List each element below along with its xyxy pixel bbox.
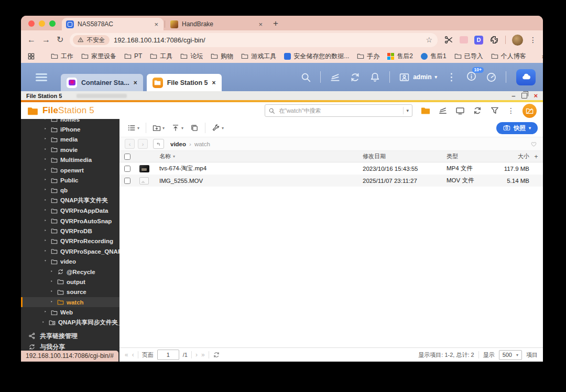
- last-page-button[interactable]: »: [201, 351, 205, 358]
- search-icon[interactable]: [300, 72, 311, 83]
- favorite-heart-icon[interactable]: [530, 140, 538, 148]
- tree-item-movie[interactable]: movie: [21, 145, 119, 155]
- tab-close-icon[interactable]: ×: [212, 79, 216, 86]
- address-bar[interactable]: 不安全 192.168.100.114:7086/cgi-bin/ ☆: [70, 33, 438, 47]
- security-badge[interactable]: 不安全: [73, 35, 110, 45]
- new-folder-button[interactable]: ▾: [150, 122, 167, 134]
- user-menu[interactable]: admin ▾: [399, 72, 437, 83]
- myqnapcloud-button[interactable]: [516, 69, 536, 85]
- prev-page-button[interactable]: ‹: [132, 351, 134, 358]
- tree-item-output[interactable]: output: [21, 277, 119, 287]
- bookmark-item[interactable]: 手办: [357, 52, 379, 61]
- bookmark-item[interactable]: 售后1: [421, 52, 447, 61]
- search-box[interactable]: ▾: [265, 104, 412, 117]
- cast-screen-icon[interactable]: [455, 106, 465, 115]
- tree-item-openwrt[interactable]: openwrt: [21, 165, 119, 175]
- profile-avatar[interactable]: [512, 35, 523, 46]
- tree-item-qnap-share[interactable]: QNAP共享文件夹: [21, 195, 119, 205]
- page-input[interactable]: [157, 350, 179, 360]
- column-header-name[interactable]: 名称▾: [153, 153, 358, 160]
- bookmark-item[interactable]: 工作: [51, 52, 73, 61]
- main-menu-icon[interactable]: [36, 73, 47, 81]
- filter-funnel-icon[interactable]: [490, 106, 499, 115]
- apps-grid-icon[interactable]: [27, 52, 35, 60]
- qnap-tab-file-station[interactable]: File Station 5 ×: [147, 74, 222, 91]
- close-window-button[interactable]: [28, 20, 35, 27]
- file-name[interactable]: IMG_5255.MOV: [153, 178, 358, 184]
- bookmark-star-icon[interactable]: ☆: [426, 36, 432, 44]
- tab-close-icon[interactable]: ×: [257, 20, 264, 28]
- tree-item-source[interactable]: source: [21, 287, 119, 297]
- bookmark-item[interactable]: 工具: [150, 52, 172, 61]
- tree-item-public[interactable]: Public: [21, 175, 119, 185]
- resource-monitor-icon[interactable]: [486, 72, 497, 83]
- zoom-window-button[interactable]: [49, 20, 56, 27]
- new-tab-button[interactable]: +: [273, 18, 278, 29]
- browser-tab-handbrake[interactable]: HandBrake ×: [166, 18, 268, 30]
- remote-mount-icon[interactable]: [421, 106, 430, 115]
- up-level-button[interactable]: [153, 139, 164, 149]
- column-header-type[interactable]: 类型: [447, 153, 487, 160]
- browser-menu-icon[interactable]: ⋮: [529, 36, 537, 44]
- next-page-button[interactable]: ›: [195, 351, 198, 358]
- back-icon[interactable]: ←: [27, 36, 36, 44]
- first-page-button[interactable]: «: [125, 351, 128, 358]
- tree-item-qvrprodb[interactable]: QVRProDB: [21, 226, 119, 236]
- tree-item-web[interactable]: Web: [21, 307, 119, 317]
- smart-file-station-button[interactable]: [523, 104, 537, 118]
- bookmark-item[interactable]: 家里设备: [81, 52, 116, 61]
- reload-icon[interactable]: ↻: [57, 36, 63, 44]
- tree-item-video[interactable]: video: [21, 256, 119, 266]
- column-header-date[interactable]: 修改日期: [358, 153, 447, 160]
- close-icon[interactable]: ×: [534, 92, 538, 100]
- search-scope-caret-icon[interactable]: ▾: [406, 108, 409, 113]
- tab-close-icon[interactable]: ×: [153, 20, 159, 28]
- tv-extension-icon[interactable]: [460, 36, 468, 43]
- tree-item-homes[interactable]: homes: [21, 119, 119, 124]
- background-tasks-icon[interactable]: [330, 72, 341, 83]
- more-options-icon[interactable]: [446, 72, 457, 83]
- tree-item-media[interactable]: media: [21, 135, 119, 145]
- more-options-icon[interactable]: ⋮: [507, 106, 515, 115]
- qnap-tab-container-station[interactable]: Container Sta... ×: [61, 74, 143, 91]
- system-info-button[interactable]: 10+: [466, 71, 477, 84]
- tree-item-watch-selected[interactable]: watch: [21, 297, 119, 307]
- file-name[interactable]: tvs-674-淘宝.mp4: [153, 165, 358, 172]
- bookmark-item[interactable]: 个人博客: [491, 52, 526, 61]
- bookmark-item[interactable]: 购物: [211, 52, 233, 61]
- tree-item-recycle[interactable]: @Recycle: [21, 267, 119, 277]
- bookmark-item[interactable]: PT: [124, 52, 142, 60]
- tree-item-qvrproautosnap[interactable]: QVRProAutoSnap: [21, 216, 119, 226]
- maximize-icon[interactable]: [521, 93, 527, 99]
- minimize-window-button[interactable]: [39, 20, 45, 27]
- tree-item-qb[interactable]: qb: [21, 186, 119, 195]
- tree-item-qvrproappdata[interactable]: QVRProAppData: [21, 206, 119, 216]
- task-queue-icon[interactable]: [438, 106, 448, 115]
- sync-icon[interactable]: [350, 72, 361, 83]
- view-mode-button[interactable]: ▾: [125, 122, 142, 134]
- bookmark-item[interactable]: 已导入: [454, 52, 483, 61]
- bookmark-item[interactable]: 安全储存您的数据...: [284, 52, 349, 61]
- extensions-puzzle-icon[interactable]: [489, 35, 499, 45]
- window-titlebar[interactable]: File Station 5 – ×: [21, 91, 543, 100]
- file-row[interactable]: tvs-674-淘宝.mp4 2023/10/16 15:43:55 MP4 文…: [119, 162, 543, 175]
- bookmark-item[interactable]: 售后2: [387, 52, 413, 61]
- add-column-button[interactable]: +: [529, 153, 543, 160]
- file-row[interactable]: IMG_5255.MOV 2025/11/07 23:11:27 MOV 文件 …: [119, 175, 543, 187]
- scissors-extension-icon[interactable]: [444, 35, 453, 45]
- tools-button[interactable]: ▾: [209, 122, 226, 134]
- tree-item-sync-folder-vol[interactable]: QNAP共享同步文件夹_Vol: [21, 318, 119, 328]
- tab-close-icon[interactable]: ×: [134, 79, 137, 86]
- bookmark-item[interactable]: 论坛: [180, 52, 203, 61]
- history-forward-button[interactable]: ›: [138, 139, 148, 149]
- d-extension-icon[interactable]: D: [474, 36, 483, 45]
- bookmark-item[interactable]: 游戏工具: [241, 52, 276, 61]
- bookmarks-overflow-icon[interactable]: »: [542, 52, 543, 60]
- page-size-select[interactable]: 500 ▾: [499, 350, 522, 360]
- refresh-list-icon[interactable]: [213, 351, 220, 358]
- tree-item-iphone[interactable]: iPhone: [21, 124, 119, 134]
- breadcrumb-parent[interactable]: video: [170, 141, 186, 147]
- notifications-bell-icon[interactable]: [369, 72, 380, 83]
- copy-button[interactable]: [188, 122, 201, 134]
- browser-tab-nas[interactable]: NAS5878AC ×: [62, 18, 164, 30]
